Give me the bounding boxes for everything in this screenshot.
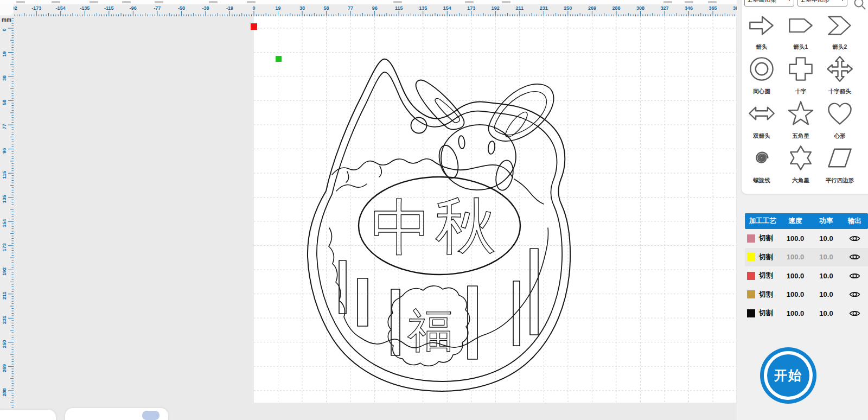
shape-item-spiral[interactable] [742,142,781,174]
work-area[interactable] [254,16,736,403]
eye-icon [849,253,860,261]
svg-text:0: 0 [252,5,255,11]
layer-color-swatch[interactable] [747,234,755,243]
svg-text:154: 154 [443,5,451,11]
toolbar-icon-fragment[interactable] [122,1,131,3]
svg-text:173: 173 [467,5,475,11]
bottom-mini-button[interactable] [142,411,159,420]
layer-visibility-toggle[interactable] [841,272,868,280]
layer-speed-value[interactable]: 100.0 [780,253,811,261]
layer-speed-value[interactable]: 100.0 [780,290,811,298]
origin-marker[interactable] [251,23,257,30]
layers-table: 加工工艺 速度 功率 输出 切割100.010.0切割100.010.0切割10… [745,213,868,323]
toolbar-icon-fragment[interactable] [90,1,98,3]
shape-item-heart[interactable] [820,98,859,129]
layer-row-4[interactable]: 切割100.010.0 [745,304,868,323]
svg-text:96: 96 [372,5,378,11]
toolbar-icon-fragment[interactable] [209,1,218,3]
shape-item-label: 螺旋线 [742,177,781,184]
svg-text:135: 135 [419,5,427,11]
shape-item-double-arrow[interactable] [742,98,781,129]
col-process: 加工工艺 [745,217,780,226]
col-power: 功率 [811,217,841,226]
layer-power-value[interactable]: 10.0 [811,309,841,317]
concentric-circles-icon [748,55,776,83]
toolbar-icon-fragment[interactable] [685,1,693,3]
toolbar-icon-fragment[interactable] [52,1,60,3]
layer-process-label: 切割 [759,290,773,300]
layer-color-swatch[interactable] [747,253,755,261]
layer-power-value[interactable]: 10.0 [811,234,841,243]
toolbar-icon-fragment[interactable] [502,1,510,3]
shape-item-label: 箭头1 [781,43,820,51]
heart-icon [826,99,854,128]
toolbar-icon-fragment[interactable] [16,1,25,3]
layer-visibility-toggle[interactable] [841,290,868,298]
layer-speed-value[interactable]: 100.0 [780,272,811,280]
eye-icon [849,290,860,298]
shape-item-cross[interactable] [781,53,820,85]
arrow-chevron-icon [826,11,854,40]
toolbar-icon-fragment[interactable] [155,1,163,3]
layer-speed-value[interactable]: 100.0 [780,234,811,243]
layer-visibility-toggle[interactable] [841,234,868,243]
shape-item-parallelogram[interactable] [820,142,859,174]
svg-text:-173: -173 [31,5,41,11]
svg-text:-58: -58 [178,5,185,11]
svg-text:-19: -19 [226,5,233,11]
start-button[interactable]: 开始 [760,347,816,404]
layers-table-header: 加工工艺 速度 功率 输出 [745,213,868,229]
layer-color-swatch[interactable] [747,272,755,280]
shape-item-star-5[interactable] [781,98,820,129]
star-5-icon [787,99,815,128]
shape-item-label: 十字箭头 [820,88,859,96]
shape-category-select[interactable]: 1.基础图案 ▼ [744,0,794,7]
eye-icon [849,309,860,317]
ruler-vertical: 0193858779611513515417319221123125026928… [0,16,14,420]
search-icon[interactable] [853,0,867,11]
svg-text:77: 77 [2,124,7,129]
toolbar-icon-fragment[interactable] [708,1,717,3]
parallelogram-icon [826,144,854,172]
layer-visibility-toggle[interactable] [841,253,868,261]
layer-process-label: 切割 [759,252,773,262]
toolbar-icon-fragment[interactable] [663,1,672,3]
start-button-ring: 开始 [764,351,813,400]
spiral-icon [748,144,776,172]
svg-text:211: 211 [516,5,524,11]
svg-text:308: 308 [636,5,644,11]
layer-speed-value[interactable]: 100.0 [780,309,811,317]
toolbar-icon-fragment[interactable] [465,1,474,3]
shape-item-label: 十字 [781,88,820,96]
layer-process-label: 切割 [759,271,773,281]
layer-row-2[interactable]: 切割100.010.0 [745,266,868,285]
svg-text:38: 38 [2,75,7,81]
shape-item-concentric-circles[interactable] [742,53,781,85]
layer-power-value[interactable]: 10.0 [811,272,841,280]
svg-text:346: 346 [685,5,693,11]
shape-item-arrow-chevron[interactable] [820,10,859,41]
layer-color-swatch[interactable] [747,309,755,317]
shape-item-arrow-pentagon[interactable] [781,10,820,41]
eye-icon [849,234,860,243]
shape-subcategory-select[interactable]: 1.基本图形 ▼ [797,0,847,7]
shape-item-star-6[interactable] [781,142,820,174]
shape-item-four-way-arrow[interactable] [820,53,859,85]
toolbar-icon-fragment[interactable] [393,1,402,3]
shape-item-arrow-right[interactable] [742,10,781,41]
layer-visibility-toggle[interactable] [841,309,868,317]
layer-row-0[interactable]: 切割100.010.0 [745,229,868,248]
layer-color-swatch[interactable] [747,290,755,298]
layer-power-value[interactable]: 10.0 [811,290,841,298]
layer-row-1[interactable]: 切割100.010.0 [745,248,868,267]
four-way-arrow-icon [826,55,854,83]
toolbar-icon-fragment[interactable] [247,1,256,3]
chevron-down-icon: ▼ [840,0,845,7]
layer-power-value[interactable]: 10.0 [811,253,841,261]
svg-text:-38: -38 [202,5,209,11]
layer-process-label: 切割 [759,308,773,318]
star-6-icon [787,144,815,172]
layer-row-3[interactable]: 切割100.010.0 [745,285,868,304]
svg-text:250: 250 [2,340,7,348]
shape-item-label: 心形 [820,132,859,140]
